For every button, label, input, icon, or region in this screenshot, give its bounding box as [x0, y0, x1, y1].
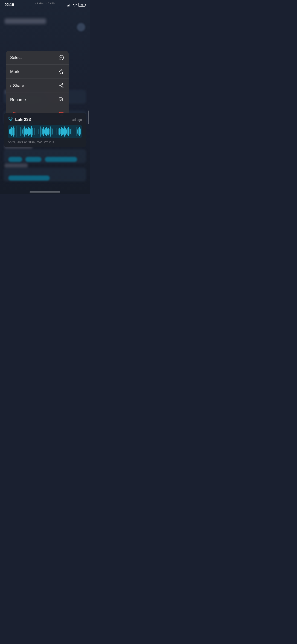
bg-header-blur	[4, 18, 46, 24]
status-time: 02:19	[4, 3, 14, 7]
waveform-bar	[78, 128, 79, 136]
waveform-bar	[24, 126, 25, 136]
waveform-bar	[14, 128, 15, 136]
bg-pill-3	[8, 157, 22, 162]
bg-pill-4	[25, 157, 42, 162]
network-speed: ↓ 1 KB/s ↑ 0 KB/s	[35, 2, 55, 5]
waveform-bar	[70, 129, 71, 134]
waveform-bar	[76, 127, 76, 136]
bg-pill-5	[45, 157, 77, 162]
svg-point-1	[62, 84, 63, 85]
waveform-bar	[46, 127, 47, 136]
menu-item-select-label: Select	[10, 55, 22, 60]
waveform-bar	[11, 127, 12, 136]
waveform-bar	[16, 126, 17, 137]
waveform-bar	[40, 126, 40, 136]
battery-indicator: 98	[78, 3, 85, 7]
waveform-bar	[23, 128, 24, 135]
waveform-bar	[36, 128, 37, 134]
waveform-bar	[29, 128, 30, 135]
menu-item-rename-label: Rename	[10, 98, 26, 102]
waveform-bar	[50, 126, 51, 136]
svg-point-3	[62, 87, 63, 88]
waveform-bar	[28, 127, 29, 136]
svg-point-0	[59, 55, 64, 60]
menu-item-share[interactable]: › Share	[6, 79, 68, 93]
signal-bars-icon	[67, 3, 71, 6]
waveform-bar	[80, 128, 81, 134]
waveform-bar	[74, 128, 74, 135]
waveform-bar	[34, 130, 34, 133]
waveform-bar	[55, 129, 56, 134]
waveform-bar	[41, 128, 42, 135]
waveform-bar	[30, 128, 31, 134]
waveform-bar	[47, 128, 48, 134]
wifi-icon	[73, 3, 77, 6]
waveform-bar	[19, 128, 19, 134]
recording-meta: Apr 9, 2024 at 20:46, m4a, 2m 29s	[8, 140, 82, 144]
status-bar: 02:19 ↓ 1 KB/s ↑ 0 KB/s 98	[0, 0, 90, 8]
waveform-bar	[54, 127, 54, 136]
waveform-bar	[66, 130, 67, 133]
waveform-bar	[77, 130, 78, 133]
waveform-bar	[16, 129, 16, 134]
waveform-bar	[43, 127, 44, 136]
bg-pill-6	[8, 176, 50, 180]
pencil-square-icon	[58, 96, 64, 103]
waveform-bar	[10, 128, 11, 134]
waveform-bar	[52, 128, 52, 135]
waveform-bar	[63, 128, 64, 134]
waveform-bar	[64, 126, 65, 136]
waveform-bar	[61, 127, 62, 136]
waveform-bar	[18, 128, 18, 135]
waveform-bar	[31, 126, 32, 137]
recording-title: Lakr233	[15, 117, 31, 122]
waveform-bar	[58, 128, 58, 134]
svg-rect-4	[59, 98, 62, 101]
star-icon	[58, 68, 64, 75]
waveform-bar	[73, 126, 74, 136]
waveform-bar	[45, 128, 46, 136]
waveform-bar	[12, 128, 13, 135]
waveform-bar	[22, 130, 22, 133]
bg-text-blur-3	[4, 164, 28, 168]
menu-item-select[interactable]: Select	[6, 51, 68, 65]
waveform-bar	[27, 129, 28, 134]
recording-card: Lakr233 4d ago Apr 9, 2024 at 20:46, m4a…	[4, 113, 86, 148]
waveform-visualization[interactable]	[8, 125, 82, 138]
waveform-bar	[59, 128, 60, 136]
waveform-bar	[65, 128, 66, 136]
scrollbar-hint	[88, 110, 89, 124]
waveform-bar	[56, 128, 56, 135]
waveform-bar	[44, 130, 45, 133]
share-icon	[58, 82, 64, 89]
network-up: ↑ 0 KB/s	[46, 2, 55, 5]
waveform-bar	[68, 128, 68, 135]
menu-item-share-label: Share	[13, 84, 24, 88]
waveform-bar	[60, 129, 61, 134]
waveform-bar	[20, 127, 20, 136]
waveform-bar	[52, 128, 53, 134]
share-chevron-icon: ›	[10, 84, 11, 88]
menu-item-mark[interactable]: Mark	[6, 65, 68, 79]
waveform-bar	[72, 128, 72, 136]
waveform-bar	[26, 128, 27, 136]
waveform-bar	[38, 129, 38, 134]
check-circle-icon	[58, 54, 64, 61]
waveform-bar	[50, 129, 50, 134]
menu-item-mark-left: Mark	[10, 69, 19, 74]
waveform-bar	[62, 128, 63, 135]
home-indicator	[30, 192, 60, 192]
waveform-bar	[39, 128, 40, 136]
waveform-bar	[13, 126, 14, 136]
bg-top-right-blur	[77, 23, 85, 31]
waveform-bar	[68, 127, 69, 136]
status-right: 98	[67, 3, 85, 7]
waveform-bar	[48, 128, 49, 136]
waveform-bar	[34, 128, 35, 135]
menu-item-select-left: Select	[10, 55, 22, 60]
phone-icon	[8, 116, 13, 123]
menu-item-rename[interactable]: Rename	[6, 93, 68, 107]
recording-time-ago: 4d ago	[72, 118, 82, 122]
waveform-bar	[25, 128, 26, 134]
